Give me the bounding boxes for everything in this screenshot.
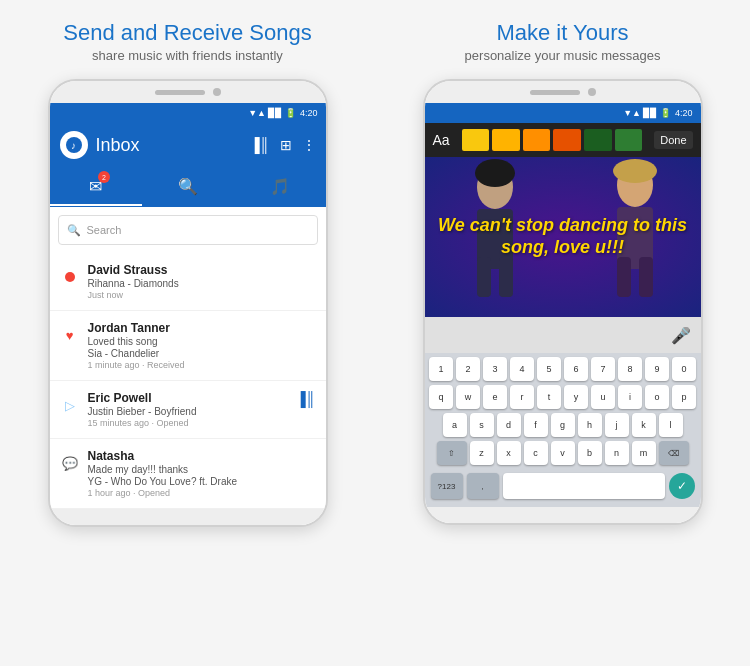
key-f[interactable]: f: [524, 413, 548, 437]
search-bar[interactable]: 🔍 Search: [58, 215, 318, 245]
key-a[interactable]: a: [443, 413, 467, 437]
key-s[interactable]: s: [470, 413, 494, 437]
tab-inbox[interactable]: ✉ 2: [50, 167, 142, 206]
key-b[interactable]: b: [578, 441, 602, 465]
enter-key[interactable]: ✓: [669, 473, 695, 499]
key-2[interactable]: 2: [456, 357, 480, 381]
phone-camera: [213, 88, 221, 96]
table-row[interactable]: David Strauss Rihanna - Diamonds Just no…: [50, 253, 326, 311]
key-r[interactable]: r: [510, 385, 534, 409]
tab-badge: 2: [98, 171, 110, 183]
main-container: Send and Receive Songs share music with …: [0, 0, 750, 666]
image-area: We can't stop dancing to this song, love…: [425, 157, 701, 317]
message-meta-2: 1 minute ago · Received: [88, 360, 316, 370]
key-x[interactable]: x: [497, 441, 521, 465]
key-w[interactable]: w: [456, 385, 480, 409]
comma-key[interactable]: ,: [467, 473, 499, 499]
key-8[interactable]: 8: [618, 357, 642, 381]
key-l[interactable]: l: [659, 413, 683, 437]
backspace-key[interactable]: ⌫: [659, 441, 689, 465]
table-row[interactable]: 💬 Natasha Made my day!!! thanks YG - Who…: [50, 439, 326, 509]
app-logo-inner: [66, 137, 82, 153]
message-content-3: Eric Powell Justin Bieber - Boyfriend 15…: [88, 391, 288, 428]
message-reaction-4: Made my day!!! thanks: [88, 464, 316, 475]
space-key[interactable]: [503, 473, 665, 499]
message-meta-3: 15 minutes ago · Opened: [88, 418, 288, 428]
tab-search[interactable]: 🔍: [142, 167, 234, 206]
sender-name-3: Eric Powell: [88, 391, 288, 405]
right-subtitle: personalize your music messages: [465, 48, 661, 63]
music-tab-icon: 🎵: [270, 177, 290, 196]
phone-top-bar-right: [425, 81, 701, 103]
key-e[interactable]: e: [483, 385, 507, 409]
key-k[interactable]: k: [632, 413, 656, 437]
key-j[interactable]: j: [605, 413, 629, 437]
phone-bottom-right: [425, 507, 701, 523]
mic-icon[interactable]: 🎤: [671, 326, 691, 345]
key-5[interactable]: 5: [537, 357, 561, 381]
key-q[interactable]: q: [429, 385, 453, 409]
header-icons: ▐║ ⊞ ⋮: [250, 137, 316, 153]
aa-label[interactable]: Aa: [433, 132, 450, 148]
key-7[interactable]: 7: [591, 357, 615, 381]
key-z[interactable]: z: [470, 441, 494, 465]
svg-point-10: [613, 159, 657, 183]
swatch-5[interactable]: [584, 129, 612, 151]
swatch-3[interactable]: [523, 129, 551, 151]
left-subtitle: share music with friends instantly: [63, 48, 311, 63]
swatch-2[interactable]: [492, 129, 520, 151]
status-indicator-2: ♥: [60, 325, 80, 345]
tabs: ✉ 2 🔍 🎵: [50, 167, 326, 207]
inbox-icon: ✉ 2: [89, 177, 102, 196]
shift-key[interactable]: ⇧: [437, 441, 467, 465]
right-heading: Make it Yours personalize your music mes…: [465, 20, 661, 63]
key-g[interactable]: g: [551, 413, 575, 437]
key-6[interactable]: 6: [564, 357, 588, 381]
left-panel: Send and Receive Songs share music with …: [0, 0, 375, 666]
svg-point-9: [475, 159, 515, 187]
table-row[interactable]: ▷ Eric Powell Justin Bieber - Boyfriend …: [50, 381, 326, 439]
tab-music[interactable]: 🎵: [234, 167, 326, 206]
key-t[interactable]: t: [537, 385, 561, 409]
key-3[interactable]: 3: [483, 357, 507, 381]
message-content-4: Natasha Made my day!!! thanks YG - Who D…: [88, 449, 316, 498]
key-n[interactable]: n: [605, 441, 629, 465]
swatch-6[interactable]: [615, 129, 643, 151]
song-info-4: YG - Who Do You Love? ft. Drake: [88, 476, 316, 487]
key-c[interactable]: c: [524, 441, 548, 465]
status-bar-left: ▼▲ ▉▉ 🔋 4:20: [50, 103, 326, 123]
key-v[interactable]: v: [551, 441, 575, 465]
key-d[interactable]: d: [497, 413, 521, 437]
sym-key[interactable]: ?123: [431, 473, 463, 499]
keyboard-bottom-row: ?123 , ✓: [427, 469, 699, 503]
key-u[interactable]: u: [591, 385, 615, 409]
key-h[interactable]: h: [578, 413, 602, 437]
compose-icon[interactable]: ⊞: [280, 137, 292, 153]
swatch-1[interactable]: [462, 129, 490, 151]
key-m[interactable]: m: [632, 441, 656, 465]
sender-name-1: David Strauss: [88, 263, 316, 277]
search-placeholder: Search: [87, 224, 122, 236]
message-list: David Strauss Rihanna - Diamonds Just no…: [50, 253, 326, 509]
swatch-4[interactable]: [553, 129, 581, 151]
key-1[interactable]: 1: [429, 357, 453, 381]
key-9[interactable]: 9: [645, 357, 669, 381]
more-icon[interactable]: ⋮: [302, 137, 316, 153]
key-0[interactable]: 0: [672, 357, 696, 381]
key-i[interactable]: i: [618, 385, 642, 409]
done-button[interactable]: Done: [654, 131, 692, 149]
key-p[interactable]: p: [672, 385, 696, 409]
keyboard-row-numbers: 1 2 3 4 5 6 7 8 9 0: [427, 357, 699, 381]
status-bar-right: ▼▲ ▉▉ 🔋 4:20: [425, 103, 701, 123]
message-meta-4: 1 hour ago · Opened: [88, 488, 316, 498]
status-icons-left: ▼▲ ▉▉ 🔋: [248, 108, 296, 118]
key-y[interactable]: y: [564, 385, 588, 409]
key-4[interactable]: 4: [510, 357, 534, 381]
stats-icon[interactable]: ▐║: [250, 137, 270, 153]
song-info-3: Justin Bieber - Boyfriend: [88, 406, 288, 417]
status-indicator-3: ▷: [60, 395, 80, 415]
phone-bottom-left: [50, 509, 326, 525]
key-o[interactable]: o: [645, 385, 669, 409]
phone-right: ▼▲ ▉▉ 🔋 4:20 Aa Done: [423, 79, 703, 525]
table-row[interactable]: ♥ Jordan Tanner Loved this song Sia - Ch…: [50, 311, 326, 381]
